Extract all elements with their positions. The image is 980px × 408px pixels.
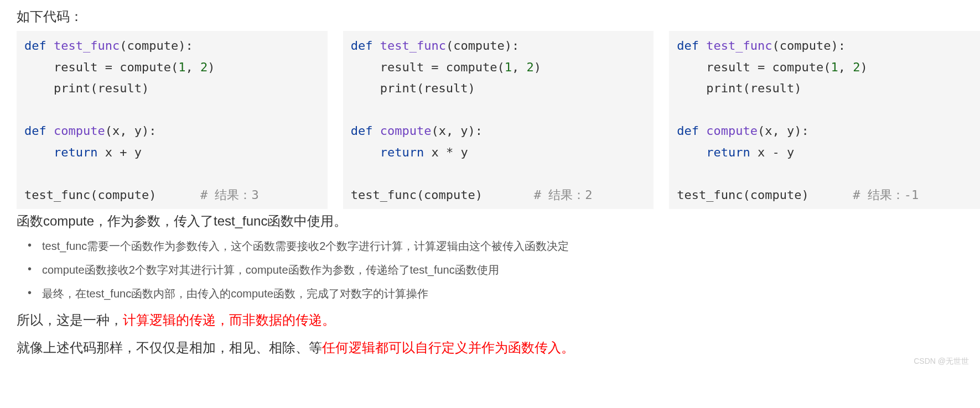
- bullet-item: 最终，在test_func函数内部，由传入的compute函数，完成了对数字的计…: [28, 286, 980, 301]
- intro-text: 如下代码：: [17, 8, 980, 25]
- code-examples-row: def test_func(compute): result = compute…: [17, 31, 980, 209]
- conclusion-2: 就像上述代码那样，不仅仅是相加，相见、相除、等任何逻辑都可以自行定义并作为函数传…: [17, 339, 980, 357]
- code-example-1: def test_func(compute): result = compute…: [17, 31, 328, 209]
- summary-text: 函数compute，作为参数，传入了test_func函数中使用。: [17, 212, 980, 230]
- bullet-item: test_func需要一个函数作为参数传入，这个函数需要接收2个数字进行计算，计…: [28, 239, 980, 254]
- code-example-3: def test_func(compute): result = compute…: [669, 31, 980, 209]
- code-example-2: def test_func(compute): result = compute…: [343, 31, 654, 209]
- bullet-item: compute函数接收2个数字对其进行计算，compute函数作为参数，传递给了…: [28, 263, 980, 278]
- watermark-text: CSDN @无世世: [914, 357, 969, 367]
- conclusion-1: 所以，这是一种，计算逻辑的传递，而非数据的传递。: [17, 311, 980, 329]
- bullet-list: test_func需要一个函数作为参数传入，这个函数需要接收2个数字进行计算，计…: [28, 239, 980, 301]
